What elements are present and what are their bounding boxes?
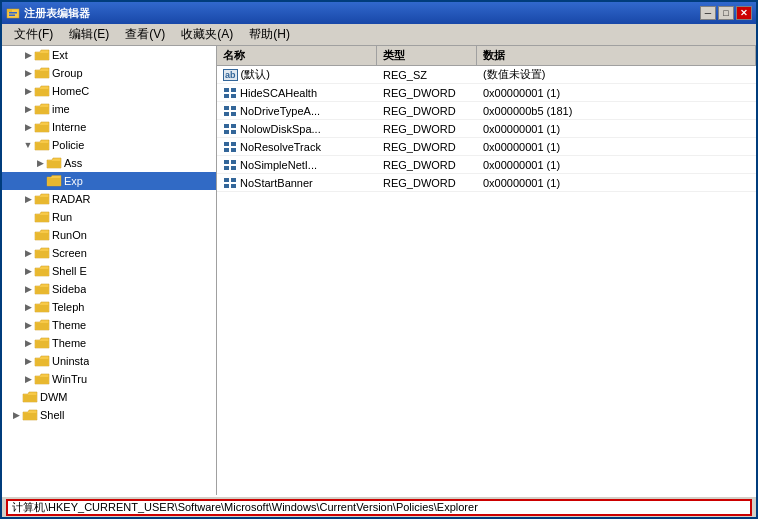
menu-bar: 文件(F) 编辑(E) 查看(V) 收藏夹(A) 帮助(H): [2, 24, 756, 46]
tree-item-uninsta[interactable]: Uninsta: [2, 352, 216, 370]
value-row-nostartbanner[interactable]: NoStartBanner REG_DWORD 0x00000001 (1): [217, 174, 756, 192]
label-ext: Ext: [52, 49, 68, 61]
values-list: ab (默认) REG_SZ (数值未设置) HideSCAHealth REG…: [217, 66, 756, 495]
expand-ass: [34, 157, 46, 169]
label-uninsta: Uninsta: [52, 355, 89, 367]
value-type-nosimple: REG_DWORD: [377, 158, 477, 172]
svg-rect-9: [231, 106, 236, 110]
folder-icon-ext: [34, 48, 50, 62]
col-header-name: 名称: [217, 46, 377, 65]
value-data-default: (数值未设置): [477, 66, 756, 83]
tree-item-dwm[interactable]: DWM: [2, 388, 216, 406]
value-data-noresolve: 0x00000001 (1): [477, 140, 756, 154]
svg-rect-3: [9, 15, 15, 17]
tree-item-ime[interactable]: ime: [2, 100, 216, 118]
value-row-nosimple[interactable]: NoSimpleNetI... REG_DWORD 0x00000001 (1): [217, 156, 756, 174]
svg-rect-15: [231, 130, 236, 134]
main-content: Ext Group HomeC ime: [2, 46, 756, 495]
value-type-hidesca: REG_DWORD: [377, 86, 477, 100]
tree-item-ass[interactable]: Ass: [2, 154, 216, 172]
dword-icon-noresolve: [223, 141, 237, 153]
label-shelle: Shell E: [52, 265, 87, 277]
minimize-button[interactable]: ─: [700, 6, 716, 20]
folder-icon-run: [34, 210, 50, 224]
label-teleph: Teleph: [52, 301, 84, 313]
tree-item-runon[interactable]: RunOn: [2, 226, 216, 244]
svg-rect-8: [224, 106, 229, 110]
label-screen: Screen: [52, 247, 87, 259]
expand-uninsta: [22, 355, 34, 367]
value-row-default[interactable]: ab (默认) REG_SZ (数值未设置): [217, 66, 756, 84]
expand-run: [22, 211, 34, 223]
expand-wintru: [22, 373, 34, 385]
regedit-icon: [6, 6, 20, 20]
expand-exp: [34, 175, 46, 187]
label-runon: RunOn: [52, 229, 87, 241]
value-row-hidesca[interactable]: HideSCAHealth REG_DWORD 0x00000001 (1): [217, 84, 756, 102]
tree-item-wintru[interactable]: WinTru: [2, 370, 216, 388]
tree-item-shelle[interactable]: Shell E: [2, 262, 216, 280]
menu-help[interactable]: 帮助(H): [241, 24, 298, 45]
svg-rect-24: [224, 178, 229, 182]
label-theme2: Theme: [52, 337, 86, 349]
menu-file[interactable]: 文件(F): [6, 24, 61, 45]
value-row-nolowdisk[interactable]: NolowDiskSpa... REG_DWORD 0x00000001 (1): [217, 120, 756, 138]
label-group: Group: [52, 67, 83, 79]
expand-sideba: [22, 283, 34, 295]
expand-theme2: [22, 337, 34, 349]
values-header: 名称 类型 数据: [217, 46, 756, 66]
value-type-default: REG_SZ: [377, 68, 477, 82]
tree-item-homec[interactable]: HomeC: [2, 82, 216, 100]
menu-view[interactable]: 查看(V): [117, 24, 173, 45]
tree-item-sideba[interactable]: Sideba: [2, 280, 216, 298]
dword-icon-nosimple: [223, 159, 237, 171]
tree-item-theme2[interactable]: Theme: [2, 334, 216, 352]
value-name-nolowdisk: NolowDiskSpa...: [217, 122, 377, 136]
status-bar: 计算机\HKEY_CURRENT_USER\Software\Microsoft…: [2, 495, 756, 517]
svg-rect-5: [231, 88, 236, 92]
menu-edit[interactable]: 编辑(E): [61, 24, 117, 45]
svg-rect-4: [224, 88, 229, 92]
folder-icon-exp: [46, 174, 62, 188]
label-exp: Exp: [64, 175, 83, 187]
tree-item-radar[interactable]: RADAR: [2, 190, 216, 208]
value-row-noresolve[interactable]: NoResolveTrack REG_DWORD 0x00000001 (1): [217, 138, 756, 156]
title-bar-left: 注册表编辑器: [6, 6, 90, 21]
value-row-nodrivetype[interactable]: NoDriveTypeA... REG_DWORD 0x000000b5 (18…: [217, 102, 756, 120]
folder-icon-group: [34, 66, 50, 80]
tree-scroll[interactable]: Ext Group HomeC ime: [2, 46, 216, 495]
tree-item-exp[interactable]: Exp: [2, 172, 216, 190]
svg-rect-1: [7, 9, 12, 12]
svg-rect-16: [224, 142, 229, 146]
col-header-data: 数据: [477, 46, 756, 65]
tree-item-teleph[interactable]: Teleph: [2, 298, 216, 316]
value-name-nostartbanner: NoStartBanner: [217, 176, 377, 190]
svg-rect-14: [224, 130, 229, 134]
svg-rect-12: [224, 124, 229, 128]
value-name-noresolve: NoResolveTrack: [217, 140, 377, 154]
close-button[interactable]: ✕: [736, 6, 752, 20]
menu-favorites[interactable]: 收藏夹(A): [173, 24, 241, 45]
expand-shelle: [22, 265, 34, 277]
tree-item-shell[interactable]: Shell: [2, 406, 216, 424]
tree-item-group[interactable]: Group: [2, 64, 216, 82]
label-ass: Ass: [64, 157, 82, 169]
title-bar: 注册表编辑器 ─ □ ✕: [2, 2, 756, 24]
tree-item-screen[interactable]: Screen: [2, 244, 216, 262]
folder-icon-screen: [34, 246, 50, 260]
maximize-button[interactable]: □: [718, 6, 734, 20]
tree-item-policie[interactable]: Policie: [2, 136, 216, 154]
expand-homec: [22, 85, 34, 97]
dword-icon-nostartbanner: [223, 177, 237, 189]
tree-item-theme1[interactable]: Theme: [2, 316, 216, 334]
value-data-nodrivetype: 0x000000b5 (181): [477, 104, 756, 118]
tree-item-interne[interactable]: Interne: [2, 118, 216, 136]
expand-interne: [22, 121, 34, 133]
tree-item-ext[interactable]: Ext: [2, 46, 216, 64]
expand-teleph: [22, 301, 34, 313]
label-radar: RADAR: [52, 193, 91, 205]
svg-rect-27: [231, 184, 236, 188]
tree-item-run[interactable]: Run: [2, 208, 216, 226]
ab-icon-default: ab: [223, 69, 238, 81]
svg-rect-17: [231, 142, 236, 146]
